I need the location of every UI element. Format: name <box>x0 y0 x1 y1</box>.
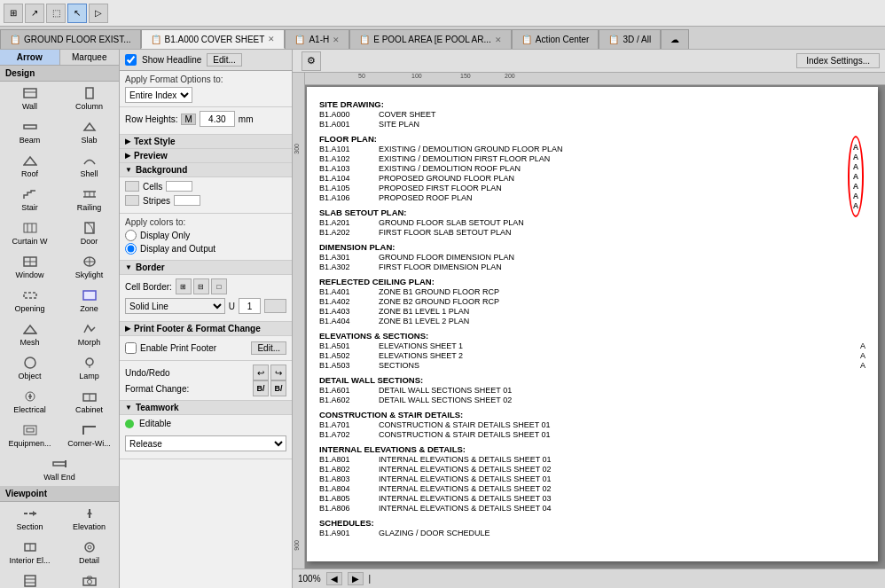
tab-close[interactable]: ✕ <box>268 35 275 43</box>
sidebar-item-morph[interactable]: Morph <box>59 318 119 351</box>
border-header[interactable]: ▼ Border <box>120 261 292 275</box>
tab-b1a000[interactable]: 📋 B1.A000 COVER SHEET ✕ <box>141 29 286 49</box>
sidebar-item-worksheet[interactable]: Workshee... <box>0 569 59 588</box>
sidebar-item-object[interactable]: Object <box>0 351 59 385</box>
sidebar-item-skylight[interactable]: Skylight <box>59 250 119 284</box>
svg-rect-34 <box>27 428 34 432</box>
sidebar-item-window[interactable]: Window <box>0 250 59 284</box>
sidebar-item-wall[interactable]: Wall <box>0 82 59 115</box>
line-style-select[interactable]: Solid Line <box>125 298 225 314</box>
print-footer-header[interactable]: ▶ Print Footer & Format Change <box>120 322 292 336</box>
sidebar-item-equipment[interactable]: Equipmen... <box>0 419 59 452</box>
sidebar-item-camera[interactable]: Camera <box>59 569 119 588</box>
undo-icon[interactable]: ↩ <box>253 365 269 380</box>
sidebar-item-interior[interactable]: Interior El... <box>0 536 59 569</box>
tab-action-center[interactable]: 📋 Action Center <box>512 29 599 49</box>
index-settings-button[interactable]: Index Settings... <box>796 53 880 68</box>
format-change-fwd[interactable]: B/ <box>270 380 286 396</box>
doc-row: B1.A503SECTIONSA <box>319 361 865 370</box>
edit-button[interactable]: Edit... <box>207 53 242 67</box>
sidebar-item-shell[interactable]: Shell <box>59 149 119 183</box>
sidebar-item-slab[interactable]: Slab <box>59 115 119 149</box>
arrow-tool[interactable]: Arrow <box>0 50 60 65</box>
marquee-tool[interactable]: Marquee <box>60 50 120 65</box>
mesh-label: Mesh <box>20 338 39 347</box>
border-outer-icon[interactable]: □ <box>211 278 227 294</box>
text-style-header[interactable]: ▶ Text Style <box>120 135 292 149</box>
sidebar-item-wallend[interactable]: Wall End <box>0 452 119 486</box>
internal-title: INTERNAL ELEVATIONS & DETAILS: <box>319 444 865 454</box>
sidebar-item-column[interactable]: Column <box>59 82 119 115</box>
beam-label: Beam <box>20 136 41 145</box>
sidebar-item-stair[interactable]: Stair <box>0 183 59 216</box>
sidebar-item-section[interactable]: Section <box>0 502 59 536</box>
elevation-icon <box>81 506 98 521</box>
tab-epool[interactable]: 📋 E POOL AREA [E POOL AR... ✕ <box>349 29 512 49</box>
sidebar-item-cabinet[interactable]: Cabinet <box>59 385 119 419</box>
border-all-icon[interactable]: ⊞ <box>176 278 192 294</box>
svg-rect-2 <box>86 88 93 98</box>
sidebar-item-railing[interactable]: Railing <box>59 183 119 216</box>
background-header[interactable]: ▼ Background <box>120 163 292 177</box>
tab-close-epool[interactable]: ✕ <box>495 35 502 44</box>
tab-3d-all[interactable]: 📋 3D / All <box>599 29 661 49</box>
sidebar-item-curtain[interactable]: Curtain W <box>0 216 59 250</box>
line-weight-input[interactable] <box>239 298 261 314</box>
electrical-label: Electrical <box>13 405 46 414</box>
zoom-level: 100% <box>298 574 321 584</box>
main-layout: Arrow Marquee Design Wall Column Beam Sl… <box>0 50 885 588</box>
doc-row: B1.A901GLAZING / DOOR SCHEDULE <box>319 529 865 537</box>
sidebar-item-lamp[interactable]: Lamp <box>59 351 119 385</box>
line-color-box[interactable] <box>264 299 286 313</box>
sidebar-item-door[interactable]: Door <box>59 216 119 250</box>
row-height-input[interactable] <box>200 111 235 127</box>
corner-label: Corner-Wi... <box>67 439 111 448</box>
sidebar-item-mesh[interactable]: Mesh <box>0 318 59 351</box>
sidebar-item-beam[interactable]: Beam <box>0 115 59 149</box>
toolbar-btn-1[interactable]: ⊞ <box>4 4 23 23</box>
toolbar-btn-2[interactable]: ↗ <box>25 4 44 23</box>
enable-footer-checkbox[interactable] <box>125 342 137 354</box>
sidebar-item-roof[interactable]: Roof <box>0 149 59 183</box>
tab-weather[interactable]: ☁ <box>661 29 689 49</box>
border-inner-icon[interactable]: ⊟ <box>193 278 209 294</box>
sidebar-item-opening[interactable]: Opening <box>0 284 59 318</box>
display-output-radio[interactable] <box>125 243 137 255</box>
doc-row: B1.A804INTERNAL ELEVATIONS & DETAILS SHE… <box>319 484 865 493</box>
nav-prev-btn[interactable]: ◀ <box>326 572 342 585</box>
preview-header[interactable]: ▶ Preview <box>120 149 292 163</box>
border-grid: ⊞ ⊟ □ <box>176 278 227 294</box>
sidebar-item-detail[interactable]: Detail <box>59 536 119 569</box>
release-select[interactable]: Release <box>125 435 286 451</box>
doc-row: B1.A101EXISTING / DEMOLITION GROUND FLOO… <box>319 145 865 153</box>
tab-ground-floor[interactable]: 📋 GROUND FLOOR EXIST... <box>0 29 141 49</box>
nav-next-btn[interactable]: ▶ <box>348 572 364 585</box>
lamp-label: Lamp <box>79 372 99 380</box>
doc-row: B1.A401ZONE B1 GROUND FLOOR RCP <box>319 287 865 296</box>
window-label: Window <box>15 270 43 279</box>
stripes-color-box[interactable] <box>174 195 200 206</box>
toolbar-btn-arrow[interactable]: ↖ <box>67 4 87 23</box>
stair-label: Stair <box>21 203 38 212</box>
redo-icon[interactable]: ↪ <box>270 365 286 380</box>
window-icon <box>21 255 39 269</box>
sidebar-item-electrical[interactable]: Electrical <box>0 385 59 419</box>
toolbar-btn-5[interactable]: ▷ <box>89 4 108 23</box>
cells-color-box[interactable] <box>166 181 192 192</box>
doc-row: B1.A806INTERNAL ELEVATIONS & DETAILS SHE… <box>319 504 865 513</box>
format-change-back[interactable]: B/ <box>253 380 269 396</box>
teamwork-header[interactable]: ▼ Teamwork <box>120 401 292 415</box>
sidebar-item-corner[interactable]: Corner-Wi... <box>59 419 119 452</box>
tab-a1h[interactable]: 📋 A1-H ✕ <box>285 29 349 49</box>
display-only-radio[interactable] <box>125 230 137 241</box>
sidebar-item-zone[interactable]: Zone <box>59 284 119 318</box>
toolbar-btn-3[interactable]: ⬚ <box>46 4 66 23</box>
sidebar-item-elevation[interactable]: Elevation <box>59 502 119 536</box>
tab-close[interactable]: ✕ <box>333 35 340 44</box>
scope-select[interactable]: Entire Index <box>125 87 192 103</box>
settings-gear-icon[interactable]: ⚙ <box>302 51 321 71</box>
index-settings-bar: ⚙ Index Settings... <box>293 50 885 73</box>
svg-point-43 <box>85 543 94 552</box>
show-headline-checkbox[interactable] <box>125 54 137 66</box>
footer-edit-button[interactable]: Edit... <box>251 341 286 355</box>
